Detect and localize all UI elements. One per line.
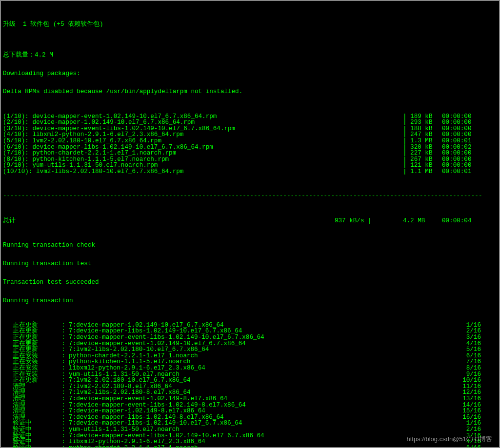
transaction-row: 正在更新 : 7:lvm2-2.02.180-10.el7_6.7.x86_64… <box>3 377 497 384</box>
download-name: (5/10): lvm2-2.02.180-10.el7_6.7.x86_64.… <box>3 138 403 144</box>
txn-action: 正在更新 <box>13 377 61 384</box>
download-size: | 1.3 MB <box>403 138 442 144</box>
transaction-row: 清理 : 7:device-mapper-1.02.149-8.el7.x86_… <box>3 408 497 414</box>
txn-package: : python-chardet-2.2.1-1.el7_1.noarch <box>61 445 452 448</box>
txn-action: 验证中 <box>13 427 61 433</box>
txn-action: 正在更新 <box>13 347 61 353</box>
download-name: (10/10): lvm2-libs-2.02.180-10.el7_6.7.x… <box>3 169 403 175</box>
download-row: (5/10): lvm2-2.02.180-10.el7_6.7.x86_64.… <box>3 138 497 144</box>
txn-test: Running transaction test <box>3 261 497 267</box>
txn-package: : 7:device-mapper-event-1.02.149-8.el7.x… <box>61 396 452 402</box>
txn-count: 2/16 <box>452 427 481 433</box>
txn-action: 清理 <box>13 396 61 402</box>
total-download-size: 总下载量：4.2 M <box>3 52 497 58</box>
download-time: 00:00:00 <box>442 119 491 126</box>
download-name: (7/10): python-chardet-2.2.1-1.el7_1.noa… <box>3 150 403 156</box>
download-name: (6/10): device-mapper-libs-1.02.149-10.e… <box>3 144 403 151</box>
download-size: | 227 kB <box>403 150 442 156</box>
download-time: 00:00:01 <box>442 138 491 144</box>
download-row: (7/10): python-chardet-2.2.1-1.el7_1.noa… <box>3 150 497 156</box>
txn-package: : libxml2-python-2.9.1-6.el7_2.3.x86_64 <box>61 365 452 371</box>
txn-count: 5/16 <box>452 347 481 353</box>
transaction-row: 清理 : 7:device-mapper-event-1.02.149-8.el… <box>3 396 497 402</box>
total-time: 00:00:04 <box>442 218 491 224</box>
txn-action: 清理 <box>13 408 61 414</box>
download-name: (8/10): python-kitchen-1.1.1-5.el7.noarc… <box>3 156 403 163</box>
total-rate: 937 kB/s | <box>335 218 403 224</box>
download-time: 00:00:00 <box>442 150 491 156</box>
txn-running: Running transaction <box>3 298 497 304</box>
total-size: 4.2 MB <box>403 218 442 224</box>
transaction-row: 正在安装 : libxml2-python-2.9.1-6.el7_2.3.x8… <box>3 365 497 371</box>
txn-count: 13/16 <box>452 396 481 402</box>
transaction-row: 验证中 : yum-utils-1.1.31-50.el7.noarch2/16 <box>3 427 497 433</box>
download-total-row: 总计 937 kB/s | 4.2 MB 00:00:04 <box>3 218 497 224</box>
txn-indent <box>3 408 13 414</box>
txn-package: : 7:lvm2-libs-2.02.180-10.el7_6.7.x86_64 <box>61 347 452 353</box>
txn-indent <box>3 445 13 448</box>
terminal-window[interactable]: 升级 1 软件包 (+5 依赖软件包) 总下载量：4.2 M Downloadi… <box>0 0 500 448</box>
transaction-row: 正在更新 : 7:lvm2-libs-2.02.180-10.el7_6.7.x… <box>3 347 497 353</box>
txn-action: 正在安装 <box>13 365 61 371</box>
txn-package: : 7:device-mapper-event-libs-1.02.149-10… <box>61 334 452 341</box>
download-list: (1/10): device-mapper-event-1.02.149-10.… <box>3 114 497 175</box>
txn-test-ok: Transaction test succeeded <box>3 279 497 286</box>
download-name: (9/10): yum-utils-1.1.31-50.el7.noarch.r… <box>3 162 403 169</box>
download-row: (10/10): lvm2-libs-2.02.180-10.el7_6.7.x… <box>3 169 497 175</box>
downloading-header: Downloading packages: <box>3 71 497 77</box>
txn-indent <box>3 347 13 353</box>
transaction-row: 正在更新 : 7:device-mapper-event-libs-1.02.1… <box>3 334 497 341</box>
txn-count: 8/16 <box>452 365 481 371</box>
txn-indent <box>3 365 13 371</box>
total-label: 总计 <box>3 218 335 224</box>
download-time: 00:00:01 <box>442 169 491 175</box>
txn-count: 5/16 <box>452 445 481 448</box>
txn-indent <box>3 439 13 445</box>
download-size: | 1.1 MB <box>403 169 442 175</box>
txn-package: : 7:lvm2-2.02.180-10.el7_6.7.x86_64 <box>61 377 452 384</box>
txn-action: 验证中 <box>13 439 61 445</box>
txn-indent <box>3 334 13 341</box>
txn-indent <box>3 377 13 384</box>
txn-package: : libxml2-python-2.9.1-6.el7_2.3.x86_64 <box>61 439 452 445</box>
txn-indent <box>3 396 13 402</box>
delta-rpm-notice: Delta RPMs disabled because /usr/bin/app… <box>3 89 497 95</box>
upgrade-summary: 升级 1 软件包 (+5 依赖软件包) <box>3 21 497 28</box>
download-name: (1/10): device-mapper-event-1.02.149-10.… <box>3 114 403 120</box>
transaction-list: 正在更新 : 7:device-mapper-1.02.149-10.el7_6… <box>3 322 497 448</box>
download-name: (2/10): device-mapper-1.02.149-10.el7_6.… <box>3 119 403 126</box>
download-size: | 293 kB <box>403 119 442 126</box>
download-row: (2/10): device-mapper-1.02.149-10.el7_6.… <box>3 119 497 126</box>
download-name: (4/10): libxml2-python-2.9.1-6.el7_2.3.x… <box>3 132 403 138</box>
txn-action: 正在更新 <box>13 334 61 341</box>
separator: ----------------------------------------… <box>3 193 497 199</box>
txn-count: 15/16 <box>452 408 481 414</box>
txn-action: 验证中 <box>13 445 61 448</box>
txn-package: : 7:device-mapper-1.02.149-8.el7.x86_64 <box>61 408 452 414</box>
transaction-row: 验证中 : python-chardet-2.2.1-1.el7_1.noarc… <box>3 445 497 448</box>
txn-indent <box>3 427 13 433</box>
watermark-text: https://blog.csdn@51CTO博客 <box>406 436 492 442</box>
txn-check: Running transaction check <box>3 242 497 249</box>
txn-package: : yum-utils-1.1.31-50.el7.noarch <box>61 427 452 433</box>
download-name: (3/10): device-mapper-event-libs-1.02.14… <box>3 126 403 132</box>
txn-count: 3/16 <box>452 334 481 341</box>
txn-count: 10/16 <box>452 377 481 384</box>
